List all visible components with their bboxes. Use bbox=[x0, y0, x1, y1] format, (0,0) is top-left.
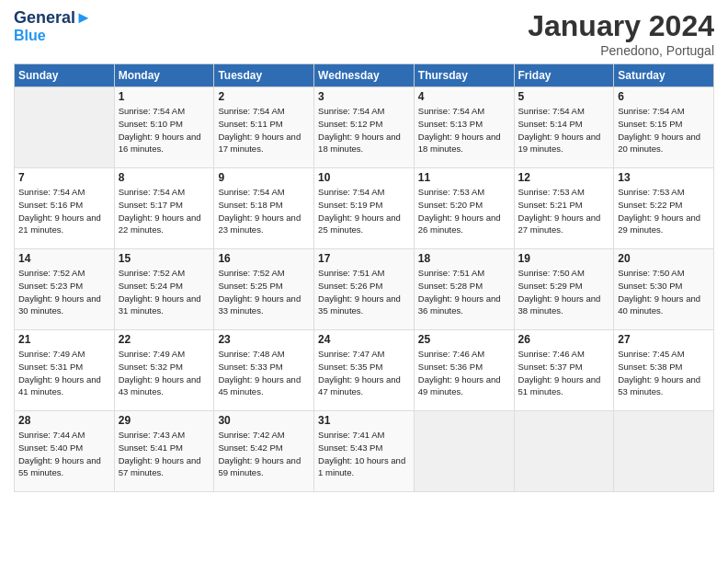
cell-info: Sunrise: 7:54 AMSunset: 5:10 PMDaylight:… bbox=[119, 105, 210, 155]
cell-5-3: 30Sunrise: 7:42 AMSunset: 5:42 PMDayligh… bbox=[214, 411, 314, 492]
week-row-1: 1Sunrise: 7:54 AMSunset: 5:10 PMDaylight… bbox=[15, 87, 714, 168]
day-number: 6 bbox=[618, 90, 710, 103]
col-sunday: Sunday bbox=[15, 64, 115, 87]
cell-3-6: 19Sunrise: 7:50 AMSunset: 5:29 PMDayligh… bbox=[514, 249, 614, 330]
day-number: 20 bbox=[618, 252, 710, 265]
cell-info: Sunrise: 7:53 AMSunset: 5:22 PMDaylight:… bbox=[618, 186, 710, 236]
cell-3-5: 18Sunrise: 7:51 AMSunset: 5:28 PMDayligh… bbox=[414, 249, 514, 330]
day-number: 27 bbox=[618, 333, 710, 346]
cell-info: Sunrise: 7:54 AMSunset: 5:13 PMDaylight:… bbox=[418, 105, 510, 155]
cell-1-7: 6Sunrise: 7:54 AMSunset: 5:15 PMDaylight… bbox=[614, 87, 714, 168]
cell-info: Sunrise: 7:54 AMSunset: 5:11 PMDaylight:… bbox=[218, 105, 310, 155]
day-number: 16 bbox=[218, 252, 310, 265]
col-thursday: Thursday bbox=[414, 64, 514, 87]
day-number: 25 bbox=[418, 333, 510, 346]
cell-4-7: 27Sunrise: 7:45 AMSunset: 5:38 PMDayligh… bbox=[614, 330, 714, 411]
cell-5-6 bbox=[514, 411, 614, 492]
cell-3-1: 14Sunrise: 7:52 AMSunset: 5:23 PMDayligh… bbox=[15, 249, 115, 330]
day-number: 22 bbox=[119, 333, 210, 346]
day-number: 24 bbox=[318, 333, 410, 346]
cell-3-2: 15Sunrise: 7:52 AMSunset: 5:24 PMDayligh… bbox=[114, 249, 214, 330]
header: General► Blue January 2024 Penedono, Por… bbox=[14, 9, 714, 58]
cell-4-2: 22Sunrise: 7:49 AMSunset: 5:32 PMDayligh… bbox=[114, 330, 214, 411]
cell-2-5: 11Sunrise: 7:53 AMSunset: 5:20 PMDayligh… bbox=[414, 168, 514, 249]
cell-info: Sunrise: 7:54 AMSunset: 5:19 PMDaylight:… bbox=[318, 186, 410, 236]
cell-2-2: 8Sunrise: 7:54 AMSunset: 5:17 PMDaylight… bbox=[114, 168, 214, 249]
cell-5-4: 31Sunrise: 7:41 AMSunset: 5:43 PMDayligh… bbox=[314, 411, 415, 492]
cell-info: Sunrise: 7:44 AMSunset: 5:40 PMDaylight:… bbox=[18, 429, 110, 479]
cell-4-4: 24Sunrise: 7:47 AMSunset: 5:35 PMDayligh… bbox=[314, 330, 415, 411]
cell-4-6: 26Sunrise: 7:46 AMSunset: 5:37 PMDayligh… bbox=[514, 330, 614, 411]
cell-5-5 bbox=[414, 411, 514, 492]
cell-info: Sunrise: 7:52 AMSunset: 5:25 PMDaylight:… bbox=[218, 267, 310, 317]
day-number: 15 bbox=[119, 252, 210, 265]
week-row-5: 28Sunrise: 7:44 AMSunset: 5:40 PMDayligh… bbox=[15, 411, 714, 492]
day-number: 19 bbox=[518, 252, 610, 265]
cell-2-1: 7Sunrise: 7:54 AMSunset: 5:16 PMDaylight… bbox=[15, 168, 115, 249]
cell-info: Sunrise: 7:51 AMSunset: 5:26 PMDaylight:… bbox=[318, 267, 410, 317]
cell-info: Sunrise: 7:50 AMSunset: 5:29 PMDaylight:… bbox=[518, 267, 610, 317]
logo: General► Blue bbox=[14, 9, 92, 43]
day-number: 23 bbox=[218, 333, 310, 346]
day-number: 31 bbox=[318, 414, 410, 427]
cell-info: Sunrise: 7:54 AMSunset: 5:14 PMDaylight:… bbox=[518, 105, 610, 155]
page-container: General► Blue January 2024 Penedono, Por… bbox=[0, 0, 728, 501]
subtitle: Penedono, Portugal bbox=[528, 43, 714, 58]
cell-info: Sunrise: 7:43 AMSunset: 5:41 PMDaylight:… bbox=[119, 429, 210, 479]
day-number: 21 bbox=[18, 333, 110, 346]
cell-info: Sunrise: 7:49 AMSunset: 5:31 PMDaylight:… bbox=[18, 348, 110, 398]
month-title: January 2024 bbox=[528, 9, 714, 43]
cell-info: Sunrise: 7:42 AMSunset: 5:42 PMDaylight:… bbox=[218, 429, 310, 479]
col-tuesday: Tuesday bbox=[214, 64, 314, 87]
col-friday: Friday bbox=[514, 64, 614, 87]
logo-text-blue: Blue bbox=[14, 28, 92, 44]
day-number: 29 bbox=[119, 414, 210, 427]
header-row: Sunday Monday Tuesday Wednesday Thursday… bbox=[15, 64, 714, 87]
cell-info: Sunrise: 7:48 AMSunset: 5:33 PMDaylight:… bbox=[218, 348, 310, 398]
cell-5-1: 28Sunrise: 7:44 AMSunset: 5:40 PMDayligh… bbox=[15, 411, 115, 492]
logo-text: General► bbox=[14, 9, 92, 28]
cell-info: Sunrise: 7:51 AMSunset: 5:28 PMDaylight:… bbox=[418, 267, 510, 317]
day-number: 28 bbox=[18, 414, 110, 427]
cell-5-7 bbox=[614, 411, 714, 492]
cell-info: Sunrise: 7:54 AMSunset: 5:18 PMDaylight:… bbox=[218, 186, 310, 236]
cell-info: Sunrise: 7:53 AMSunset: 5:21 PMDaylight:… bbox=[518, 186, 610, 236]
day-number: 10 bbox=[318, 171, 410, 184]
cell-info: Sunrise: 7:47 AMSunset: 5:35 PMDaylight:… bbox=[318, 348, 410, 398]
cell-5-2: 29Sunrise: 7:43 AMSunset: 5:41 PMDayligh… bbox=[114, 411, 214, 492]
cell-info: Sunrise: 7:54 AMSunset: 5:12 PMDaylight:… bbox=[318, 105, 410, 155]
cell-2-3: 9Sunrise: 7:54 AMSunset: 5:18 PMDaylight… bbox=[214, 168, 314, 249]
day-number: 26 bbox=[518, 333, 610, 346]
day-number: 13 bbox=[618, 171, 710, 184]
cell-3-7: 20Sunrise: 7:50 AMSunset: 5:30 PMDayligh… bbox=[614, 249, 714, 330]
cell-info: Sunrise: 7:50 AMSunset: 5:30 PMDaylight:… bbox=[618, 267, 710, 317]
cell-2-7: 13Sunrise: 7:53 AMSunset: 5:22 PMDayligh… bbox=[614, 168, 714, 249]
week-row-3: 14Sunrise: 7:52 AMSunset: 5:23 PMDayligh… bbox=[15, 249, 714, 330]
cell-info: Sunrise: 7:53 AMSunset: 5:20 PMDaylight:… bbox=[418, 186, 510, 236]
cell-info: Sunrise: 7:54 AMSunset: 5:16 PMDaylight:… bbox=[18, 186, 110, 236]
cell-2-6: 12Sunrise: 7:53 AMSunset: 5:21 PMDayligh… bbox=[514, 168, 614, 249]
cell-2-4: 10Sunrise: 7:54 AMSunset: 5:19 PMDayligh… bbox=[314, 168, 415, 249]
cell-info: Sunrise: 7:46 AMSunset: 5:36 PMDaylight:… bbox=[418, 348, 510, 398]
day-number: 11 bbox=[418, 171, 510, 184]
cell-info: Sunrise: 7:41 AMSunset: 5:43 PMDaylight:… bbox=[318, 429, 410, 479]
week-row-4: 21Sunrise: 7:49 AMSunset: 5:31 PMDayligh… bbox=[15, 330, 714, 411]
title-block: January 2024 Penedono, Portugal bbox=[528, 9, 714, 58]
cell-info: Sunrise: 7:45 AMSunset: 5:38 PMDaylight:… bbox=[618, 348, 710, 398]
day-number: 4 bbox=[418, 90, 510, 103]
cell-info: Sunrise: 7:52 AMSunset: 5:23 PMDaylight:… bbox=[18, 267, 110, 317]
day-number: 1 bbox=[119, 90, 210, 103]
cell-1-3: 2Sunrise: 7:54 AMSunset: 5:11 PMDaylight… bbox=[214, 87, 314, 168]
cell-4-1: 21Sunrise: 7:49 AMSunset: 5:31 PMDayligh… bbox=[15, 330, 115, 411]
day-number: 14 bbox=[18, 252, 110, 265]
cell-4-3: 23Sunrise: 7:48 AMSunset: 5:33 PMDayligh… bbox=[214, 330, 314, 411]
cell-4-5: 25Sunrise: 7:46 AMSunset: 5:36 PMDayligh… bbox=[414, 330, 514, 411]
cell-info: Sunrise: 7:46 AMSunset: 5:37 PMDaylight:… bbox=[518, 348, 610, 398]
cell-info: Sunrise: 7:52 AMSunset: 5:24 PMDaylight:… bbox=[119, 267, 210, 317]
col-monday: Monday bbox=[114, 64, 214, 87]
cell-3-3: 16Sunrise: 7:52 AMSunset: 5:25 PMDayligh… bbox=[214, 249, 314, 330]
cell-1-1 bbox=[15, 87, 115, 168]
day-number: 8 bbox=[119, 171, 210, 184]
week-row-2: 7Sunrise: 7:54 AMSunset: 5:16 PMDaylight… bbox=[15, 168, 714, 249]
cell-info: Sunrise: 7:49 AMSunset: 5:32 PMDaylight:… bbox=[119, 348, 210, 398]
